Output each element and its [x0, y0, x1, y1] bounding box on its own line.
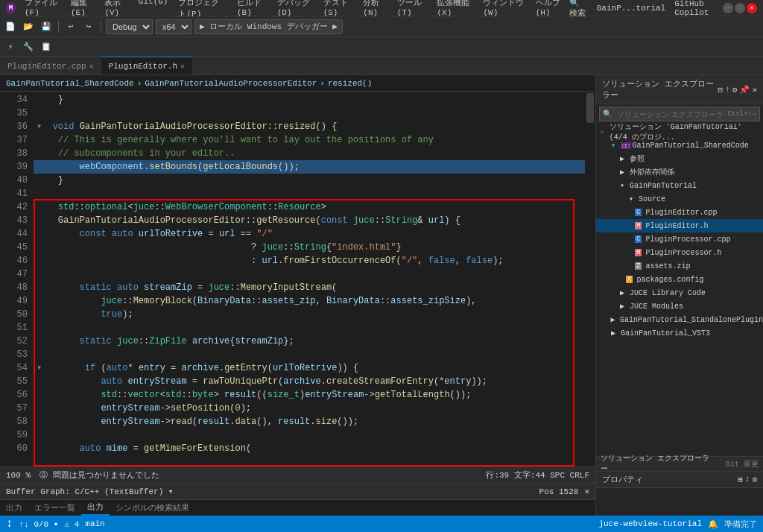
props-sort-icon[interactable]: ↕ [745, 475, 750, 484]
tree-packages-config[interactable]: X packages.config [596, 273, 763, 286]
secondary-toolbar: ⚡ 🔧 📋 [0, 37, 763, 57]
tree-plugin-processor-h[interactable]: H PluginProcessor.h [596, 246, 763, 259]
zip-file-icon: Z [635, 262, 642, 270]
row-col-status: 行:39 文字:44 SPC CRLF [486, 469, 589, 481]
vertical-scrollbar[interactable] [585, 92, 595, 466]
toolbar2-btn1[interactable]: ⚡ [3, 39, 18, 54]
sidebar-pin-icon[interactable]: 📌 [739, 85, 750, 95]
buffer-graph-bar: Buffer Graph: C/C++ (TextBuffer) ▾ Pos 1… [0, 483, 595, 499]
close-button[interactable]: ✕ [747, 3, 757, 13]
line-numbers: 34 35 36 37 38 39 40 41 42 43 44 45 46 4… [0, 92, 34, 466]
code-line-57: entryStream->setPosition(0); [34, 402, 585, 415]
debug-config-select[interactable]: Debug [106, 19, 153, 34]
solution-explorer-search[interactable] [614, 110, 728, 119]
code-line-54: ▾ if (auto* entry = archive.getEntry(url… [34, 361, 585, 375]
minimize-button[interactable]: — [723, 3, 733, 13]
search-submit-icon[interactable]: → [752, 110, 756, 118]
tab-plugin-editor-h[interactable]: PluginEditor.h ✕ [101, 57, 192, 75]
tab-close-icon[interactable]: ✕ [89, 62, 94, 71]
scrollbar-thumb[interactable] [586, 93, 594, 123]
tree-vst3[interactable]: ▶ GainPanTutorial_VST3 [596, 326, 763, 340]
code-line-49: juce::MemoryBlock(BinaryData::assets_zip… [34, 294, 585, 308]
sidebar-search-area: 🔍 Ctrl+; → [596, 104, 763, 124]
search-shortcut: Ctrl+; [728, 110, 752, 118]
tree-plugin-processor-cpp[interactable]: C PluginProcessor.cpp [596, 232, 763, 246]
tree-assets-zip[interactable]: Z assets.zip [596, 259, 763, 273]
breadcrumb: GainPanTutorial_SharedCode › GainPanTuto… [0, 75, 595, 92]
tree-plugin-editor-cpp[interactable]: C PluginEditor.cpp [596, 206, 763, 219]
tab-label: PluginEditor.h [109, 62, 177, 71]
github-copilot[interactable]: GitHub Copilot [674, 0, 714, 17]
code-line-59 [34, 428, 585, 442]
breadcrumb-part2[interactable]: GainPanTutorialAudioProcessorEditor [145, 79, 317, 88]
gainpan-folder-label: GainPanTutorial [630, 182, 697, 190]
folder-expand-icon: ▶ [617, 154, 627, 163]
status-ready: 🔔 [708, 519, 718, 529]
toolbar2-btn3[interactable]: 📋 [39, 39, 54, 54]
tab-label: PluginEditor.cpp [7, 62, 86, 71]
sidebar-icon2[interactable]: ↑ [725, 85, 730, 95]
code-content[interactable]: } ▾ void GainPanTutorialAudioProcessorEd… [34, 92, 585, 466]
tree-juce-modules[interactable]: ▶ JUCE Modules [596, 300, 763, 313]
tab-symbol-search[interactable]: シンボルの検索結果 [110, 501, 195, 515]
properties-panel: プロパティ ⊞ ↕ ⚙ [596, 471, 763, 516]
maximize-button[interactable]: □ [735, 3, 745, 13]
platform-select[interactable]: x64 [156, 19, 191, 34]
folder-expand-icon: ▾ [617, 181, 627, 190]
open-button[interactable]: 📂 [21, 19, 36, 34]
sidebar-search-container[interactable]: 🔍 Ctrl+; → [599, 107, 760, 121]
sidebar-close-icon[interactable]: ✕ [752, 85, 757, 95]
redo-button[interactable]: ↪ [81, 19, 96, 34]
code-line-37: // This is generally where you'll want t… [34, 133, 585, 147]
tree-juce-library[interactable]: ▶ JUCE Library Code [596, 286, 763, 300]
status-bar: ↕ ↑↓ 0/0 ▾ ⚠ 4 main juce-webview-tutoria… [0, 516, 763, 532]
search-box[interactable]: 🔍 検索 [569, 0, 587, 19]
status-main: main [85, 519, 104, 528]
status-branch: ↑↓ 0/0 ▾ [19, 519, 59, 529]
tree-standalone-plugin[interactable]: ▶ GainPanTutorial_StandalonePlugin [596, 313, 763, 326]
tree-sharedcode-project[interactable]: ▾ □□ GainPanTutorial_SharedCode [596, 139, 763, 152]
tree-source-folder[interactable]: ▾ Source [596, 192, 763, 206]
new-file-button[interactable]: 📄 [3, 19, 18, 34]
undo-button[interactable]: ↩ [63, 19, 78, 34]
folder-expand-icon: ▶ [617, 168, 627, 177]
cpp-file-icon-2: C [635, 235, 642, 243]
props-icon1[interactable]: ⊞ [738, 475, 743, 484]
tree-solution-root[interactable]: ▶ ソリューション 'GainPanTutorial' (4/4 のプロジ... [596, 125, 763, 139]
git-tab[interactable]: Git 変更 [721, 457, 763, 471]
code-line-58: entryStream->read(result.data(), result.… [34, 415, 585, 428]
code-line-60: auto mime = getMimeForExtension( [34, 442, 585, 455]
plugin-editor-cpp-label: PluginEditor.cpp [645, 209, 717, 217]
tab-close-icon[interactable]: ✕ [180, 62, 185, 71]
props-gear-icon[interactable]: ⚙ [752, 475, 757, 484]
vst3-label: GainPanTutorial_VST3 [621, 329, 710, 338]
sidebar-icon3[interactable]: ⚙ [732, 85, 738, 95]
breadcrumb-part3[interactable]: resized() [328, 79, 372, 88]
toolbar-separator-2 [101, 21, 101, 33]
juce-library-label: JUCE Library Code [630, 289, 706, 297]
tab-plugin-editor-cpp[interactable]: PluginEditor.cpp ✕ [0, 57, 101, 75]
tree-references[interactable]: ▶ 参照 [596, 152, 763, 165]
sidebar: ソリューション エクスプローラー ⊟ ↑ ⚙ 📌 ✕ 🔍 Ctrl+; → [595, 75, 763, 516]
tab-error-list[interactable]: エラー一覧 [28, 501, 81, 515]
tree-gainpan-folder[interactable]: ▾ GainPanTutorial [596, 179, 763, 192]
tree-plugin-editor-h[interactable]: H PluginEditor.h [596, 219, 763, 232]
code-line-56: std::vector<std::byte> result((size_t)en… [34, 388, 585, 402]
close-buffer[interactable]: ✕ [584, 487, 589, 496]
toolbar-separator [58, 21, 59, 33]
h-file-icon: H [635, 222, 642, 229]
properties-title: プロパティ [602, 474, 643, 485]
code-editor[interactable]: 34 35 36 37 38 39 40 41 42 43 44 45 46 4… [0, 92, 595, 466]
cpp-file-icon: C [635, 209, 642, 216]
breadcrumb-part1[interactable]: GainPanTutorial_SharedCode [6, 79, 134, 88]
sidebar-icon1[interactable]: ⊟ [718, 85, 724, 95]
source-folder-label: Source [639, 195, 665, 203]
tree-external-deps[interactable]: ▶ 外部依存関係 [596, 165, 763, 179]
toolbar2-btn2[interactable]: 🔧 [21, 39, 36, 54]
run-debugger-button[interactable]: ▶ ローカル Windows デバッガー ▶ [194, 19, 343, 34]
assets-zip-label: assets.zip [645, 262, 690, 270]
save-button[interactable]: 💾 [39, 19, 54, 34]
tab-output[interactable]: 出力 [81, 500, 110, 516]
window-controls: — □ ✕ [723, 3, 757, 13]
status-icon: ↕ [6, 517, 13, 531]
